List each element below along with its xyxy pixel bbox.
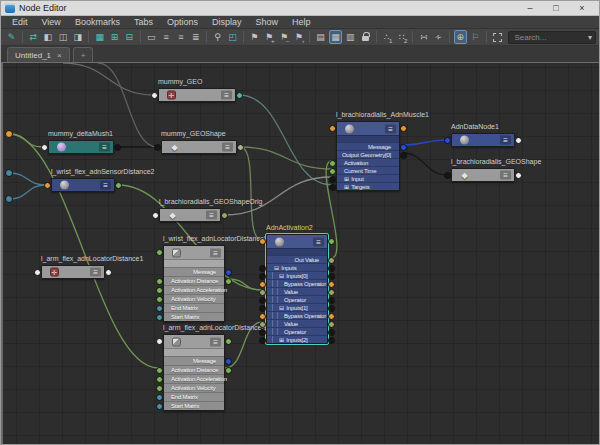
output-port[interactable] bbox=[328, 305, 335, 312]
attr-row-value[interactable]: Value bbox=[267, 287, 327, 295]
output-port[interactable] bbox=[515, 172, 522, 179]
attr-row-operator[interactable]: Operator bbox=[267, 327, 327, 335]
input-port[interactable] bbox=[259, 329, 266, 336]
attr-row-operator[interactable]: Operator bbox=[267, 295, 327, 303]
regroup-icon[interactable]: ▤ bbox=[314, 30, 327, 44]
pin-remove-icon[interactable]: ⚑– bbox=[278, 30, 291, 44]
output-port[interactable] bbox=[328, 337, 335, 344]
input-port[interactable] bbox=[156, 385, 163, 392]
input-port[interactable] bbox=[259, 238, 266, 245]
input-port[interactable] bbox=[156, 394, 163, 401]
input-port[interactable] bbox=[259, 305, 266, 312]
input-connections-icon[interactable]: ◧ bbox=[42, 30, 55, 44]
output-port[interactable] bbox=[105, 269, 112, 276]
connection-8[interactable] bbox=[240, 147, 332, 169]
node-adnactivation2-name-field[interactable] bbox=[267, 248, 327, 255]
graph-selected-icon[interactable]: ▦ bbox=[93, 30, 106, 44]
input-port[interactable] bbox=[156, 338, 163, 345]
connection-14[interactable] bbox=[403, 140, 447, 145]
attr-row-activation[interactable]: Activation bbox=[337, 158, 399, 166]
menu-show[interactable]: Show bbox=[248, 16, 285, 29]
node-l-arm-flex-adnlocatordistance1[interactable]: ✛≡ bbox=[41, 265, 105, 279]
menu-bookmarks[interactable]: Bookmarks bbox=[68, 16, 127, 29]
output-port[interactable] bbox=[328, 281, 335, 288]
input-port[interactable] bbox=[259, 337, 266, 344]
minimize-button[interactable]: – bbox=[517, 3, 543, 13]
output-port[interactable] bbox=[328, 289, 335, 296]
attr-row-value[interactable]: Value bbox=[267, 319, 327, 327]
gather-nodes-icon[interactable]: ∻ bbox=[432, 30, 445, 44]
output-port[interactable] bbox=[225, 338, 232, 345]
node-l-arm-flex-adnlocatordistanceshape1-header[interactable]: ≡ bbox=[164, 335, 224, 348]
attr-row-input[interactable]: ⊞ Input bbox=[337, 174, 399, 182]
attr-row-inputs-2-[interactable]: ⊞ Inputs[2] bbox=[267, 335, 327, 343]
display-simple-icon[interactable]: ≡ bbox=[160, 30, 173, 44]
lock-icon[interactable] bbox=[359, 30, 372, 44]
display-all-icon[interactable]: ≣ bbox=[189, 30, 202, 44]
sync-selection-icon[interactable]: ⇄ bbox=[27, 30, 40, 44]
input-port[interactable] bbox=[156, 314, 163, 321]
edge-stub-port-2[interactable] bbox=[6, 196, 13, 203]
node-l-wrist-flex-adnlocatordistanceshape1-header[interactable]: ≡ bbox=[164, 246, 224, 259]
attr-row-bypass-operator[interactable]: Bypass Operator bbox=[267, 279, 327, 287]
output-port[interactable] bbox=[237, 144, 244, 151]
connection-16[interactable] bbox=[224, 177, 332, 215]
input-port[interactable] bbox=[329, 160, 336, 167]
attr-row-activation-distance[interactable]: Activation Distance bbox=[164, 276, 224, 285]
menu-edit[interactable]: Edit bbox=[5, 16, 35, 29]
node-l-brachioradialis-adnmuscle1[interactable]: ≡MessageOutput Geometry[0]ActivationCurr… bbox=[336, 121, 400, 191]
attr-row-message[interactable]: Message bbox=[337, 142, 399, 150]
tab-untitled-1[interactable]: Untitled_1 × bbox=[7, 47, 70, 62]
dots-one-icon[interactable]: ∴1 bbox=[381, 30, 394, 44]
edge-stub-port-1[interactable] bbox=[6, 170, 13, 177]
node-mummy-deltamush1[interactable]: ≡ bbox=[48, 140, 114, 154]
node-menu-icon[interactable]: ≡ bbox=[313, 237, 324, 246]
attr-row-activation-distance[interactable]: Activation Distance bbox=[164, 365, 224, 374]
node-l-brachioradialis-adnmuscle1-header[interactable]: ≡ bbox=[337, 122, 399, 135]
input-port[interactable] bbox=[156, 287, 163, 294]
pin-new-icon[interactable]: ⚐ bbox=[469, 30, 482, 44]
layout-horizontal-icon[interactable]: ▥ bbox=[344, 30, 357, 44]
attr-row-activation-acceleration[interactable]: Activation Acceleration bbox=[164, 374, 224, 383]
input-port[interactable] bbox=[259, 321, 266, 328]
node-l-brachioradialis-adnmuscle1-name-field[interactable] bbox=[337, 135, 399, 142]
output-port[interactable] bbox=[225, 367, 232, 374]
node-menu-icon[interactable]: ≡ bbox=[210, 248, 221, 257]
connection-2[interactable] bbox=[9, 173, 46, 185]
input-port[interactable] bbox=[156, 249, 163, 256]
expander-icon[interactable]: ⊞ bbox=[279, 337, 284, 343]
node-adnactivation2-header[interactable]: ≡ bbox=[267, 235, 327, 248]
output-connections-icon[interactable]: ◨ bbox=[71, 30, 84, 44]
output-port[interactable] bbox=[400, 152, 407, 159]
attr-row-output-geometry-0-[interactable]: Output Geometry[0] bbox=[337, 150, 399, 158]
input-port[interactable] bbox=[259, 281, 266, 288]
attr-row-message[interactable]: Message bbox=[164, 267, 224, 276]
input-port[interactable] bbox=[156, 376, 163, 383]
output-port[interactable] bbox=[236, 92, 243, 99]
menu-help[interactable]: Help bbox=[285, 16, 318, 29]
search-input[interactable] bbox=[512, 32, 586, 43]
input-port[interactable] bbox=[44, 182, 51, 189]
node-menu-icon[interactable]: ≡ bbox=[385, 124, 396, 133]
input-port[interactable] bbox=[41, 144, 48, 151]
attr-row-end-matrix[interactable]: End Matrix bbox=[164, 392, 224, 401]
connection-7[interactable] bbox=[239, 95, 332, 185]
input-port[interactable] bbox=[156, 278, 163, 285]
input-port[interactable] bbox=[259, 273, 266, 280]
node-l-wrist-flex-adnlocatordistanceshape1-name-field[interactable] bbox=[164, 259, 224, 267]
edge-stub-port-0[interactable] bbox=[6, 131, 13, 138]
output-port[interactable] bbox=[328, 257, 335, 264]
node-menu-icon[interactable]: ≡ bbox=[210, 337, 221, 346]
output-port[interactable] bbox=[328, 238, 335, 245]
node-menu-icon[interactable]: ≡ bbox=[99, 143, 110, 152]
output-port[interactable] bbox=[328, 297, 335, 304]
input-port[interactable] bbox=[154, 144, 161, 151]
input-port[interactable] bbox=[259, 289, 266, 296]
display-no-attributes-icon[interactable]: ▭ bbox=[145, 30, 158, 44]
attr-row-start-matrix[interactable]: Start Matrix bbox=[164, 401, 224, 410]
node-adnactivation2[interactable]: ≡Out Value⊟ Inputs⊟ Inputs[0]Bypass Oper… bbox=[266, 234, 328, 344]
pin-move-icon[interactable]: ⚑› bbox=[292, 30, 305, 44]
input-port[interactable] bbox=[156, 403, 163, 410]
output-port[interactable] bbox=[225, 269, 232, 276]
input-port[interactable] bbox=[444, 172, 451, 179]
